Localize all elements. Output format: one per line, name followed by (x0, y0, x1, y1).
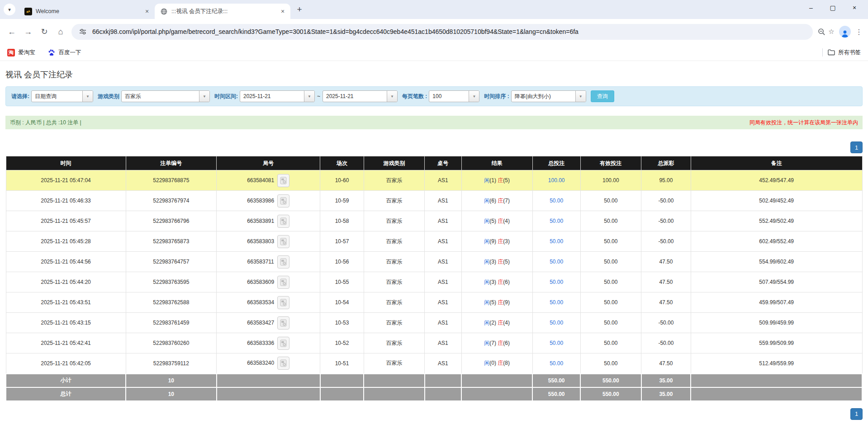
chevron-down-icon[interactable]: ▼ (82, 91, 93, 102)
cell-payout: 47.50 (641, 292, 691, 313)
game-type-select[interactable]: 百家乐 ▼ (121, 90, 210, 102)
tilde-separator: ~ (317, 93, 320, 99)
chevron-down-icon[interactable]: ▼ (199, 91, 209, 102)
filter-bar: 请选择: 日期查询 ▼ 游戏类别 百家乐 ▼ 时间区间: 2025-11-21 … (5, 86, 863, 106)
back-button[interactable]: ← (4, 24, 20, 40)
cell-remark: 602.49/552.49 (691, 231, 862, 252)
window-close-button[interactable]: × (844, 0, 865, 15)
round-id-text: 663583534 (247, 299, 274, 305)
forward-button[interactable]: → (20, 24, 36, 40)
video-replay-button[interactable] (277, 357, 289, 370)
chrome-menu-icon[interactable]: ⋮ (854, 28, 864, 36)
query-type-select[interactable]: 日期查询 ▼ (31, 90, 93, 102)
total-bet-link[interactable]: 50.00 (550, 218, 563, 224)
page-number-button-top[interactable]: 1 (850, 141, 863, 153)
cell-table: AS1 (425, 272, 461, 292)
footer-empty (364, 374, 424, 387)
cell-round-id: 663584081 (217, 170, 320, 191)
tab-close-icon[interactable]: × (143, 7, 151, 15)
cell-table: AS1 (425, 170, 461, 191)
footer-payout: 35.00 (641, 387, 691, 401)
video-replay-button[interactable] (277, 276, 289, 289)
home-button[interactable]: ⌂ (52, 24, 69, 40)
cell-table: AS1 (425, 292, 461, 313)
profile-avatar[interactable] (839, 26, 851, 38)
video-replay-button[interactable] (277, 316, 289, 330)
table-row: 2025-11-21 05:45:28522983765873663583803… (6, 231, 862, 252)
header-valid-bet: 有效投注 (580, 156, 641, 170)
table-row: 2025-11-21 05:44:56522983764757663583711… (6, 252, 862, 272)
bookmark-baidu[interactable]: 百度一下 (48, 49, 81, 57)
window-minimize-button[interactable]: – (800, 0, 822, 15)
tab-search-button[interactable]: ▾ (4, 4, 15, 15)
cell-round-id: 663583986 (217, 191, 320, 211)
tab-betrecord[interactable]: :::视讯 会员下注纪录::: × (155, 4, 290, 19)
total-bet-link[interactable]: 50.00 (550, 360, 563, 367)
date-to-input[interactable]: 2025-11-21 ▼ (323, 90, 398, 102)
page-number-button-bottom[interactable]: 1 (850, 408, 863, 420)
chevron-down-icon[interactable]: ▼ (304, 91, 314, 102)
tab-close-icon[interactable]: × (279, 7, 287, 15)
cell-payout: -50.00 (641, 191, 691, 211)
video-replay-button[interactable] (277, 296, 289, 309)
video-replay-button[interactable] (277, 174, 289, 187)
round-id-text: 663583609 (247, 278, 274, 285)
search-button[interactable]: 查询 (591, 90, 614, 102)
site-controls-icon[interactable] (78, 27, 88, 37)
cell-game-type: 百家乐 (364, 252, 424, 272)
cell-valid-bet: 50.00 (580, 333, 641, 353)
cell-total-bet: 50.00 (532, 292, 580, 313)
zoom-out-icon[interactable] (816, 27, 826, 37)
tab-welcome[interactable]: Welcome × (19, 4, 155, 19)
address-bar[interactable]: 66cxkj98.com/ipl/portal.php/game/betreco… (71, 24, 813, 40)
cell-valid-bet: 50.00 (580, 211, 641, 231)
total-bet-link[interactable]: 50.00 (550, 259, 563, 265)
cell-valid-bet: 50.00 (580, 292, 641, 313)
date-from-input[interactable]: 2025-11-21 ▼ (240, 90, 315, 102)
video-replay-button[interactable] (277, 255, 289, 268)
total-bet-link[interactable]: 50.00 (550, 279, 563, 285)
video-replay-button[interactable] (277, 337, 289, 350)
total-bet-link[interactable]: 100.00 (548, 177, 565, 184)
cell-valid-bet: 50.00 (580, 313, 641, 333)
cell-valid-bet: 50.00 (580, 353, 641, 374)
cell-time: 2025-11-21 05:46:33 (6, 191, 126, 211)
chevron-down-icon[interactable]: ▼ (575, 91, 586, 102)
video-replay-button[interactable] (277, 194, 289, 207)
bookmark-aitaobao[interactable]: 淘 爱淘宝 (7, 49, 35, 57)
header-bet-id: 注单编号 (126, 156, 217, 170)
cell-time: 2025-11-21 05:43:15 (6, 313, 126, 333)
chevron-down-icon[interactable]: ▼ (469, 91, 479, 102)
total-bet-link[interactable]: 50.00 (550, 320, 563, 326)
video-replay-button[interactable] (277, 235, 289, 248)
page-size-label: 每页笔数 : (402, 93, 427, 100)
cell-bet-id: 522983760260 (126, 333, 217, 353)
cell-session: 10-51 (320, 353, 364, 374)
new-tab-button[interactable]: + (293, 3, 306, 16)
sort-select[interactable]: 降幂(由大到小) ▼ (511, 90, 586, 102)
total-bet-link[interactable]: 50.00 (550, 340, 563, 346)
reload-button[interactable]: ↻ (36, 24, 52, 40)
total-bet-link[interactable]: 50.00 (550, 299, 563, 306)
window-maximize-button[interactable]: ▢ (822, 0, 844, 15)
page-size-select[interactable]: 100 ▼ (429, 90, 479, 102)
cell-time: 2025-11-21 05:44:20 (6, 272, 126, 292)
total-bet-link[interactable]: 50.00 (550, 198, 563, 204)
summary-bar: 币别 : 人民币 | 总共 :10 注单 | 同局有效投注，统一计算在该局第一张… (5, 116, 863, 129)
table-row: 2025-11-21 05:47:04522983768875663584081… (6, 170, 862, 191)
video-replay-button[interactable] (277, 215, 289, 228)
bookmark-label: 百度一下 (59, 49, 81, 57)
round-id-text: 663583336 (247, 339, 274, 346)
cell-total-bet: 50.00 (532, 333, 580, 353)
chevron-down-icon[interactable]: ▼ (387, 91, 397, 102)
header-result: 结果 (461, 156, 532, 170)
header-table: 桌号 (425, 156, 461, 170)
total-bet-link[interactable]: 50.00 (550, 238, 563, 245)
header-session: 场次 (320, 156, 364, 170)
cell-time: 2025-11-21 05:45:28 (6, 231, 126, 252)
cell-bet-id: 522983762588 (126, 292, 217, 313)
all-bookmarks-button[interactable]: 所有书签 (827, 49, 861, 57)
url-text[interactable]: 66cxkj98.com/ipl/portal.php/game/betreco… (92, 28, 806, 35)
bookmark-star-icon[interactable]: ☆ (826, 27, 836, 37)
globe-favicon-icon (160, 8, 168, 15)
